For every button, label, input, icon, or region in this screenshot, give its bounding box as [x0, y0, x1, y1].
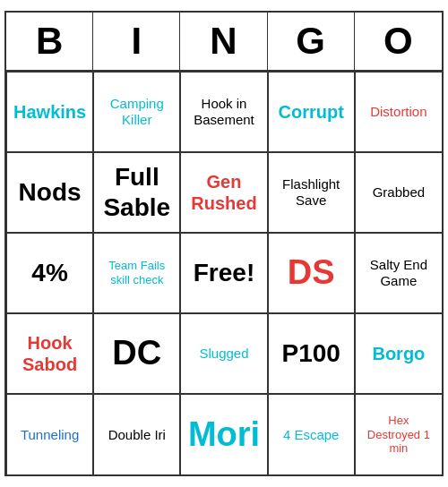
cell-r3c1: 4% — [6, 233, 93, 313]
cell-r1c5: Distortion — [355, 72, 442, 152]
bingo-card: BINGO HawkinsCamping KillerHook in Basem… — [4, 11, 444, 476]
bingo-letter-o: O — [355, 13, 442, 70]
bingo-letter-i: I — [93, 13, 180, 70]
cell-r2c2: Full Sable — [93, 152, 180, 233]
bingo-letter-b: B — [6, 13, 93, 70]
bingo-letter-n: N — [180, 13, 267, 70]
cell-r5c4: 4 Escape — [268, 394, 355, 474]
cell-r4c5: Borgo — [355, 313, 442, 394]
cell-r5c3: Mori — [180, 394, 267, 474]
cell-r2c3: Gen Rushed — [180, 152, 267, 233]
bingo-letter-g: G — [268, 13, 355, 70]
cell-r2c4: Flashlight Save — [268, 152, 355, 233]
cell-r4c1: Hook Sabod — [6, 313, 93, 394]
cell-r3c3: Free! — [180, 233, 267, 313]
cell-r5c2: Double Iri — [93, 394, 180, 474]
cell-r1c4: Corrupt — [268, 72, 355, 152]
cell-r5c5: Hex Destroyed 1 min — [355, 394, 442, 474]
cell-r3c5: Salty End Game — [355, 233, 442, 313]
cell-r5c1: Tunneling — [6, 394, 93, 474]
cell-r1c2: Camping Killer — [93, 72, 180, 152]
cell-r4c4: P100 — [268, 313, 355, 394]
cell-r2c1: Nods — [6, 152, 93, 233]
cell-r4c3: Slugged — [180, 313, 267, 394]
cell-r1c3: Hook in Basement — [180, 72, 267, 152]
cell-r1c1: Hawkins — [6, 72, 93, 152]
bingo-grid: HawkinsCamping KillerHook in BasementCor… — [6, 72, 442, 474]
cell-r3c4: DS — [268, 233, 355, 313]
cell-r3c2: Team Fails skill check — [93, 233, 180, 313]
bingo-header: BINGO — [6, 13, 442, 72]
cell-r2c5: Grabbed — [355, 152, 442, 233]
cell-r4c2: DC — [93, 313, 180, 394]
